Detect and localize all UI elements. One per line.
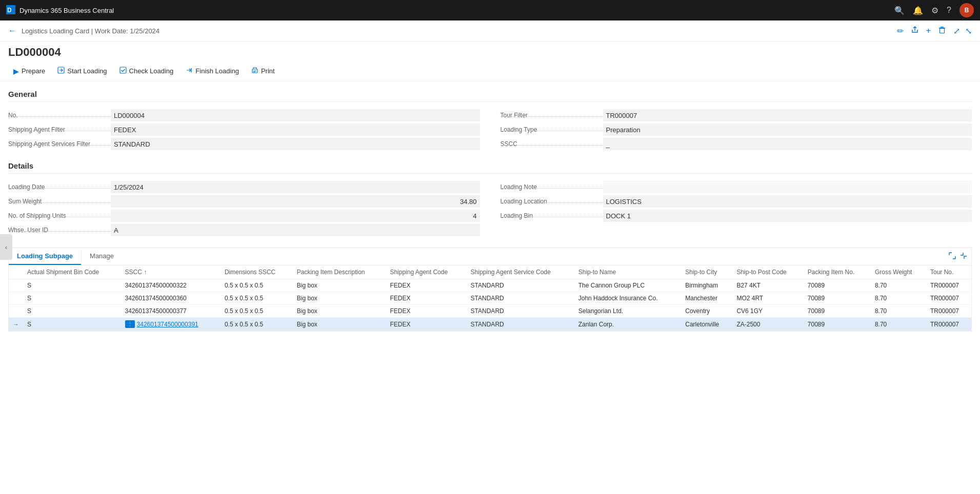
edit-icon[interactable]: ✏ <box>897 26 904 36</box>
start-loading-button[interactable]: Start Loading <box>52 64 112 78</box>
cell-ship-to-post-code: CV6 1GY <box>732 305 803 318</box>
subpage-collapse-icon[interactable] <box>960 252 967 261</box>
cell-ship-to-name: John Haddock Insurance Co. <box>574 292 682 305</box>
check-loading-button[interactable]: Check Loading <box>114 64 179 78</box>
col-header-dimensions[interactable]: Dimensions SSCC <box>221 265 293 279</box>
table-row[interactable]: S3426013745000003770.5 x 0.5 x 0.5Big bo… <box>9 305 971 318</box>
whse-user-id-label: Whse. User ID <box>8 227 111 234</box>
main-content: General No. LD000004 Shipping Agent Filt… <box>0 81 980 340</box>
cell-packing-item-desc: Big box <box>293 305 386 318</box>
col-header-ship-to-post-code[interactable]: Ship-to Post Code <box>732 265 803 279</box>
col-header-shipping-agent-service[interactable]: Shipping Agent Service Code <box>467 265 574 279</box>
tour-filter-label: Tour Filter <box>501 112 603 119</box>
collapse-panel[interactable]: ‹ <box>0 234 12 260</box>
general-section: General No. LD000004 Shipping Agent Filt… <box>8 90 972 151</box>
cell-shipping-agent-service: STANDARD <box>467 305 574 318</box>
table-row[interactable]: →S⋮3426013745000003910.5 x 0.5 x 0.5Big … <box>9 318 971 331</box>
col-header-sscc[interactable]: SSCC ↑ <box>121 265 221 279</box>
expand-icon[interactable]: ⤢ <box>953 26 960 36</box>
prepare-button[interactable]: ▶ Prepare <box>8 65 50 78</box>
cell-shipping-agent-code: FEDEX <box>386 305 466 318</box>
loading-location-value[interactable]: LOGISTICS <box>603 195 972 208</box>
subpage-tabs-left: Loading Subpage Manage <box>9 248 122 265</box>
loading-type-value[interactable]: Preparation <box>603 123 972 136</box>
cell-sscc: 342601374500000377 <box>121 305 221 318</box>
table-row[interactable]: S3426013745000003600.5 x 0.5 x 0.5Big bo… <box>9 292 971 305</box>
cell-ship-to-name: Selangorian Ltd. <box>574 305 682 318</box>
col-header-tour-no[interactable]: Tour No. <box>926 265 971 279</box>
col-header-shipping-agent-code[interactable]: Shipping Agent Code <box>386 265 466 279</box>
shipping-agent-services-filter-label: Shipping Agent Services Filter <box>8 140 111 148</box>
no-shipping-units-row: No. of Shipping Units 4 <box>8 209 480 223</box>
sscc-link[interactable]: 342601374500000391 <box>137 321 198 328</box>
cell-shipping-agent-service: STANDARD <box>467 279 574 292</box>
cell-ship-to-post-code: B27 4KT <box>732 279 803 292</box>
sscc-value[interactable]: _ <box>603 138 972 150</box>
table-header: Actual Shipment Bin Code SSCC ↑ Dimensio… <box>9 265 971 279</box>
tour-filter-row: Tour Filter TR000007 <box>501 108 972 122</box>
table-body: S3426013745000003220.5 x 0.5 x 0.5Big bo… <box>9 279 971 331</box>
shipping-agent-filter-value[interactable]: FEDEX <box>111 123 480 136</box>
whse-user-id-value[interactable]: A <box>111 224 480 236</box>
start-loading-label: Start Loading <box>67 67 107 75</box>
help-icon[interactable]: ? <box>947 6 951 15</box>
breadcrumb: Logistics Loading Card | Work Date: 1/25… <box>22 27 159 35</box>
col-header-gross-weight[interactable]: Gross Weight <box>871 265 926 279</box>
cell-gross-weight: 8.70 <box>871 292 926 305</box>
loading-date-label: Loading Date <box>8 183 111 191</box>
subpage-tabs: Loading Subpage Manage <box>9 248 971 265</box>
tour-filter-value[interactable]: TR000007 <box>603 109 972 121</box>
collapse-icon[interactable]: ⤡ <box>965 26 972 36</box>
page-title-area: LD000004 <box>0 42 980 61</box>
svg-rect-4 <box>940 29 945 33</box>
top-nav-left: D Dynamics 365 Business Central <box>6 5 114 16</box>
loading-bin-label: Loading Bin <box>501 212 603 219</box>
col-header-packing-item-desc[interactable]: Packing Item Description <box>293 265 386 279</box>
loading-type-label: Loading Type <box>501 126 603 133</box>
user-avatar[interactable]: B <box>959 3 974 17</box>
search-icon[interactable]: 🔍 <box>894 6 905 15</box>
cell-tour-no: TR000007 <box>926 305 971 318</box>
col-header-packing-item-no[interactable]: Packing Item No. <box>804 265 871 279</box>
loading-note-value[interactable] <box>603 181 972 193</box>
shipping-agent-services-filter-value[interactable]: STANDARD <box>111 138 480 150</box>
no-shipping-units-label: No. of Shipping Units <box>8 212 111 219</box>
sum-weight-label: Sum Weight <box>8 198 111 205</box>
cell-ship-to-name: Zanlan Corp. <box>574 318 682 331</box>
row-menu-button[interactable]: ⋮ <box>125 320 135 328</box>
cell-ship-to-city: Carletonville <box>681 318 732 331</box>
cell-packing-item-desc: Big box <box>293 292 386 305</box>
cell-gross-weight: 8.70 <box>871 305 926 318</box>
loading-date-value[interactable]: 1/25/2024 <box>111 181 480 193</box>
finish-loading-button[interactable]: Finish Loading <box>181 64 244 78</box>
delete-icon[interactable] <box>938 26 946 36</box>
cell-ship-to-post-code: MO2 4RT <box>732 292 803 305</box>
loading-note-label: Loading Note <box>501 183 603 191</box>
col-header-actual-shipment-bin[interactable]: Actual Shipment Bin Code <box>23 265 121 279</box>
no-value[interactable]: LD000004 <box>111 109 480 121</box>
cell-shipping-agent-code: FEDEX <box>386 279 466 292</box>
col-header-ship-to-name[interactable]: Ship-to Name <box>574 265 682 279</box>
row-arrow-icon: → <box>13 321 19 328</box>
share-icon[interactable] <box>911 26 919 36</box>
tab-manage[interactable]: Manage <box>82 248 122 265</box>
svg-rect-9 <box>253 72 255 72</box>
cell-dimensions-sscc: 0.5 x 0.5 x 0.5 <box>221 292 293 305</box>
subpage-expand-icon[interactable] <box>949 252 956 261</box>
no-shipping-units-value[interactable]: 4 <box>111 210 480 222</box>
add-icon[interactable]: + <box>926 26 931 35</box>
general-right-col: Tour Filter TR000007 Loading Type Prepar… <box>501 108 972 151</box>
tab-loading-subpage[interactable]: Loading Subpage <box>9 248 81 265</box>
col-header-ship-to-city[interactable]: Ship-to City <box>681 265 732 279</box>
details-right-col: Loading Note Loading Location LOGISTICS … <box>501 180 972 237</box>
print-button[interactable]: Print <box>246 64 280 78</box>
back-button[interactable]: ← <box>8 26 16 35</box>
svg-text:D: D <box>7 7 12 14</box>
details-field-grid: Loading Date 1/25/2024 Sum Weight 34.80 … <box>8 180 972 237</box>
settings-icon[interactable]: ⚙ <box>931 6 938 15</box>
cell-shipping-agent-code: FEDEX <box>386 318 466 331</box>
sum-weight-value[interactable]: 34.80 <box>111 195 480 208</box>
table-row[interactable]: S3426013745000003220.5 x 0.5 x 0.5Big bo… <box>9 279 971 292</box>
notifications-icon[interactable]: 🔔 <box>913 6 923 15</box>
loading-bin-value[interactable]: DOCK 1 <box>603 210 972 222</box>
